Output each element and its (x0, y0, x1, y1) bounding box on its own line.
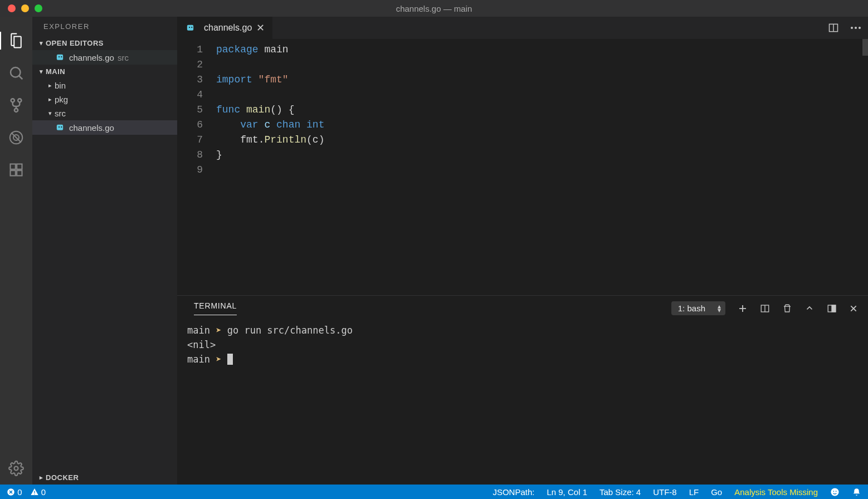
toggle-panel-icon[interactable] (827, 304, 837, 314)
tab-label: channels.go (204, 23, 252, 33)
feedback-smiley-icon[interactable] (830, 487, 840, 497)
folder-label: pkg (55, 95, 68, 104)
terminal-select-label: 1: bash (678, 304, 705, 313)
status-warnings[interactable]: 0 (30, 487, 46, 497)
notifications-bell-icon[interactable] (852, 487, 861, 497)
open-editors-section[interactable]: ▾ OPEN EDITORS (32, 36, 177, 50)
terminal-cursor (227, 354, 233, 365)
svg-point-21 (188, 26, 189, 27)
svg-point-2 (11, 99, 14, 102)
source-control-icon[interactable] (0, 89, 32, 121)
workspace-section[interactable]: ▾ MAIN (32, 65, 177, 79)
code-content[interactable]: package main import "fmt" func main() { … (216, 42, 868, 295)
status-encoding[interactable]: UTF-8 (653, 487, 677, 497)
chevron-right-icon: ▸ (46, 96, 55, 103)
folder-src[interactable]: ▾ src (32, 106, 177, 120)
go-file-icon (185, 23, 195, 33)
svg-point-22 (191, 26, 192, 27)
close-tab-icon[interactable]: ✕ (256, 22, 265, 34)
main-area: EXPLORER ▾ OPEN EDITORS channels.go src … (0, 17, 868, 485)
svg-rect-10 (17, 164, 22, 169)
go-file-icon (55, 123, 65, 133)
docker-section[interactable]: ▸ DOCKER (32, 471, 177, 485)
svg-point-3 (18, 99, 21, 102)
explorer-icon[interactable] (0, 25, 32, 57)
folder-pkg[interactable]: ▸ pkg (32, 92, 177, 106)
debug-icon[interactable] (0, 121, 32, 154)
open-editor-item[interactable]: channels.go src (32, 50, 177, 65)
settings-gear-icon[interactable] (0, 452, 32, 485)
status-errors[interactable]: 0 (7, 487, 22, 497)
new-terminal-icon[interactable] (738, 304, 748, 314)
window-title: channels.go — main (396, 4, 472, 13)
svg-point-26 (855, 27, 857, 29)
code-text: . (259, 134, 265, 145)
line-number: 8 (177, 148, 203, 163)
folder-label: src (55, 109, 66, 118)
chevron-down-icon: ▾ (37, 40, 46, 47)
kill-terminal-icon[interactable] (782, 303, 792, 314)
status-tab-size[interactable]: Tab Size: 4 (599, 487, 641, 497)
extensions-icon[interactable] (0, 154, 32, 186)
svg-point-25 (851, 27, 853, 29)
svg-point-41 (831, 488, 838, 496)
split-terminal-icon[interactable] (760, 304, 770, 314)
tab-channels-go[interactable]: channels.go ✕ (177, 17, 272, 39)
folder-bin[interactable]: ▸ bin (32, 79, 177, 92)
status-eol[interactable]: LF (689, 487, 699, 497)
svg-rect-11 (11, 170, 16, 175)
folder-label: bin (55, 81, 66, 90)
panel-header: TERMINAL 1: bash ▴▾ (177, 296, 868, 315)
sidebar-title: EXPLORER (32, 17, 177, 36)
maximize-window-button[interactable] (35, 4, 42, 12)
terminal-selector[interactable]: 1: bash ▴▾ (671, 301, 725, 315)
close-window-button[interactable] (8, 4, 16, 12)
line-number: 1 (177, 42, 203, 57)
svg-line-7 (11, 133, 21, 143)
status-analysis-warning[interactable]: Analysis Tools Missing (734, 487, 818, 497)
window-controls (0, 4, 42, 12)
svg-rect-9 (11, 164, 16, 169)
minimize-window-button[interactable] (21, 4, 29, 12)
line-number: 9 (177, 163, 203, 178)
svg-point-43 (836, 491, 837, 492)
close-panel-icon[interactable] (849, 304, 858, 313)
split-editor-icon[interactable] (828, 22, 839, 33)
file-channels-go[interactable]: channels.go (32, 120, 177, 135)
status-jsonpath[interactable]: JSONPath: (492, 487, 534, 497)
open-editor-dir: src (118, 53, 129, 62)
search-icon[interactable] (0, 57, 32, 89)
error-count: 0 (17, 487, 22, 497)
terminal-tab[interactable]: TERMINAL (194, 301, 237, 315)
editor-area: channels.go ✕ 1 2 3 4 5 6 7 8 (177, 17, 868, 485)
svg-point-18 (58, 126, 59, 127)
statusbar: 0 0 JSONPath: Ln 9, Col 1 Tab Size: 4 UT… (0, 485, 868, 499)
function: main (240, 104, 270, 115)
editor-actions (828, 17, 868, 39)
svg-point-40 (34, 493, 35, 495)
svg-point-42 (833, 491, 834, 492)
code-editor[interactable]: 1 2 3 4 5 6 7 8 9 package main import "f… (177, 39, 868, 295)
minimap-scroll[interactable] (862, 39, 868, 56)
string: "fmt" (252, 74, 289, 85)
select-arrows-icon: ▴▾ (718, 305, 721, 312)
line-gutter: 1 2 3 4 5 6 7 8 9 (177, 42, 216, 295)
svg-point-13 (14, 467, 18, 471)
status-language[interactable]: Go (711, 487, 722, 497)
go-file-icon (55, 52, 65, 62)
maximize-panel-icon[interactable] (804, 304, 815, 314)
more-actions-icon[interactable] (850, 26, 861, 30)
keyword: var (240, 119, 258, 130)
svg-point-15 (58, 56, 59, 57)
prompt-arrow-icon: ➤ (216, 354, 221, 365)
activity-bar (0, 17, 32, 485)
line-number: 4 (177, 87, 203, 102)
terminal-output[interactable]: main ➤ go run src/channels.go <nil> main… (177, 315, 868, 485)
chevron-down-icon: ▾ (46, 110, 55, 117)
status-cursor-position[interactable]: Ln 9, Col 1 (547, 487, 587, 497)
warning-count: 0 (41, 487, 46, 497)
line-number: 2 (177, 57, 203, 72)
keyword: import (216, 74, 252, 85)
line-number: 7 (177, 133, 203, 148)
prompt-dir: main (187, 325, 210, 336)
